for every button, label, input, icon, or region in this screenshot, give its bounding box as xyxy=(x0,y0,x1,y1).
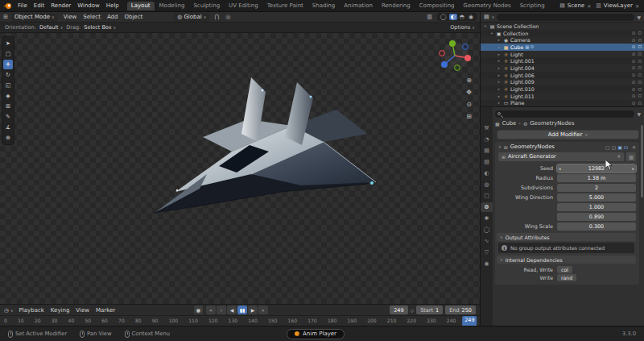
tool-button[interactable]: ⊕ xyxy=(3,133,13,143)
hide-in-viewport-icon[interactable]: ⊙ xyxy=(632,101,636,106)
hide-in-viewport-icon[interactable]: ⊙ xyxy=(632,73,636,77)
expand-icon[interactable]: ∨ xyxy=(498,144,502,149)
unlink-icon[interactable]: ✕ xyxy=(617,154,621,159)
properties-tab[interactable]: ⚙ xyxy=(481,202,493,212)
menu-item[interactable]: Edit xyxy=(31,2,48,9)
breadcrumb-modifier[interactable]: GeometryNodes xyxy=(530,120,574,127)
properties-search-input[interactable] xyxy=(495,110,634,118)
disable-in-render-icon[interactable]: ⊡ xyxy=(638,38,642,43)
properties-tab[interactable]: ▤ xyxy=(481,146,493,156)
hide-in-viewport-icon[interactable]: ⊙ xyxy=(632,94,636,98)
properties-tab[interactable]: ◍ xyxy=(481,180,493,189)
disable-in-render-icon[interactable]: ⊡ xyxy=(638,44,642,49)
disable-in-render-icon[interactable]: ⊡ xyxy=(638,80,642,85)
outliner-row[interactable]: ▾ ▣ Collection ⊙ ⊡ xyxy=(481,30,644,37)
viewport-nav-button[interactable]: ⊙ xyxy=(466,101,472,109)
field-value[interactable]: 1.38 m xyxy=(557,174,636,182)
menu-item[interactable]: Window xyxy=(74,2,103,9)
workspace-tab[interactable]: Modeling xyxy=(155,2,189,10)
workspace-tab[interactable]: Scripting xyxy=(516,2,549,10)
timeline-ruler[interactable]: 0102030405060708090100110120130140150160… xyxy=(0,315,480,326)
viewport-menu-item[interactable]: Object xyxy=(122,14,145,20)
disable-in-render-icon[interactable]: ⊡ xyxy=(638,73,642,77)
navigation-gizmo[interactable] xyxy=(436,37,473,74)
transport-button[interactable]: ‹ xyxy=(217,306,226,314)
disable-in-render-icon[interactable]: ⊡ xyxy=(638,65,642,70)
current-frame-field[interactable]: 249 xyxy=(390,306,407,314)
properties-tab[interactable]: □ xyxy=(481,191,493,201)
add-modifier-button[interactable]: Add Modifier ∨ xyxy=(497,130,639,139)
timeline-menu-item[interactable]: Marker xyxy=(93,307,118,314)
frame-start-field[interactable]: Start 1 xyxy=(416,306,443,314)
properties-tab[interactable]: ▽ xyxy=(481,247,493,257)
editor-type-icon[interactable]: ⊞ xyxy=(3,14,8,20)
transport-button[interactable]: » xyxy=(258,306,268,314)
field-value[interactable]: ◂ 12982 ▸ xyxy=(557,164,636,173)
workspace-tab[interactable]: Rendering xyxy=(378,2,415,10)
modifier-toggle-icon[interactable]: ▣ xyxy=(617,144,622,150)
menu-item[interactable]: Help xyxy=(103,2,122,9)
attribute-chip[interactable]: rand xyxy=(557,274,576,281)
viewport-nav-button[interactable]: ⊕ xyxy=(466,77,472,85)
output-attributes-section[interactable]: ∨ Output Attributes xyxy=(497,233,636,241)
increment-arrow-icon[interactable]: ▸ xyxy=(632,166,634,171)
attribute-chip[interactable]: col xyxy=(557,266,572,273)
shading-mode-button[interactable]: ◯ xyxy=(439,14,448,20)
internal-dependencies-section[interactable]: ∨ Internal Dependencies xyxy=(497,256,636,264)
tool-button[interactable]: ✛ xyxy=(3,60,13,69)
tool-button[interactable]: ✎ xyxy=(3,112,13,122)
outliner-filter-icon[interactable]: ▼ xyxy=(637,15,641,20)
hide-in-viewport-icon[interactable]: ⊙ xyxy=(632,31,636,35)
aircraft-model[interactable] xyxy=(129,69,394,247)
overlays-icon[interactable]: ▥ xyxy=(425,14,434,20)
proportional-edit-icon[interactable]: ◎ xyxy=(224,14,232,20)
expand-arrow-icon[interactable]: ▸ xyxy=(497,80,502,84)
expand-arrow-icon[interactable]: ▾ xyxy=(483,24,488,28)
outliner-row[interactable]: ▸ ☼ Light.006 ⊙ ⊡ xyxy=(481,72,644,79)
workspace-tab[interactable]: Sculpting xyxy=(189,2,224,10)
field-value[interactable]: 0.890 xyxy=(557,213,636,221)
modifier-toggle-icon[interactable]: ◲ xyxy=(612,144,617,150)
timeline-playhead[interactable]: 249 xyxy=(462,316,477,326)
outliner-row[interactable]: ▸ ☼ Light ⊙ ⊡ xyxy=(481,51,644,58)
menu-item[interactable]: Render xyxy=(47,2,74,9)
hide-in-viewport-icon[interactable]: ⊙ xyxy=(632,59,636,64)
expand-arrow-icon[interactable]: ▸ xyxy=(497,101,502,105)
breadcrumb-object[interactable]: Cube xyxy=(502,120,517,127)
tool-button[interactable]: ↻ xyxy=(3,70,13,80)
properties-tab[interactable]: ⚒ xyxy=(481,123,493,133)
outliner-row[interactable]: ▸ ☼ Light.009 ⊙ ⊡ xyxy=(481,79,644,86)
expand-arrow-icon[interactable]: ▸ xyxy=(497,52,502,56)
outliner-row[interactable]: ▾ ▤ Scene Collection xyxy=(481,23,644,30)
hide-in-viewport-icon[interactable]: ⊙ xyxy=(632,65,636,70)
decrement-arrow-icon[interactable]: ◂ xyxy=(559,166,561,171)
modifier-name[interactable]: GeometryNodes xyxy=(510,143,555,150)
properties-scrollbar[interactable] xyxy=(641,125,643,198)
viewport-menu-item[interactable]: View xyxy=(61,14,80,20)
tool-button[interactable]: ⊞ xyxy=(3,102,13,111)
outliner-row[interactable]: ▸ ☼ Light.004 ⊙ ⊡ xyxy=(481,64,644,72)
outliner-row[interactable]: ▸ ☼ Light.011 ⊙ ⊡ xyxy=(481,93,644,100)
properties-tab[interactable]: ▧ xyxy=(481,157,493,167)
workspace-tab[interactable]: Layout xyxy=(127,2,155,10)
auto-keying-button[interactable]: ● xyxy=(194,306,203,314)
disable-in-render-icon[interactable]: ⊡ xyxy=(638,59,642,64)
shading-mode-button[interactable]: ◉ xyxy=(467,14,475,20)
viewport-nav-button[interactable]: ✥ xyxy=(466,89,472,97)
workspace-tab[interactable]: Animation xyxy=(340,2,377,10)
expand-arrow-icon[interactable]: ▸ xyxy=(497,59,502,63)
tool-button[interactable]: ∡ xyxy=(3,123,13,132)
expand-arrow-icon[interactable]: ▾ xyxy=(489,31,494,35)
hide-in-viewport-icon[interactable]: ⊙ xyxy=(632,44,636,49)
expand-arrow-icon[interactable]: ▸ xyxy=(497,38,502,42)
viewport-3d[interactable]: ➤▢✛↻◱◈⊞✎∡⊕ xyxy=(0,33,480,304)
node-group-extra-button[interactable]: ▥ xyxy=(626,152,636,161)
close-icon[interactable]: ✕ xyxy=(632,144,636,150)
shading-mode-button[interactable]: ◐ xyxy=(449,14,457,20)
field-value[interactable]: 0.300 xyxy=(557,222,636,231)
properties-tab[interactable]: ◯ xyxy=(481,225,493,235)
outliner-search-input[interactable] xyxy=(497,14,634,21)
disable-in-render-icon[interactable]: ⊡ xyxy=(638,101,642,106)
viewport-menu-item[interactable]: Add xyxy=(105,14,121,20)
timeline-menu-item[interactable]: View xyxy=(73,307,92,314)
